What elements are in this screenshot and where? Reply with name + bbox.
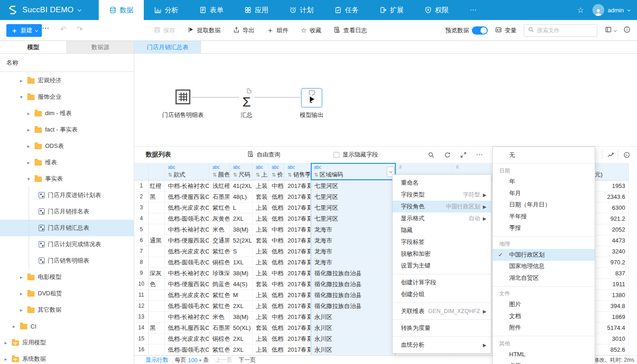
tree-item[interactable]: ▸ 宏观经济 [0, 72, 134, 89]
menu-item[interactable]: 文件 [493, 289, 595, 299]
expand-arrow-icon[interactable]: ▸ [20, 307, 27, 313]
flow-node-output[interactable]: 模型输出 [301, 88, 322, 107]
menu-item[interactable]: 字段标签 [393, 236, 491, 248]
expand-arrow-icon[interactable]: ▸ [5, 356, 11, 362]
tree-item[interactable]: ▸ 系统数据 [0, 351, 134, 364]
column-header[interactable]: abc ⇅ 区域编码 [311, 163, 396, 180]
menu-item[interactable]: 其他 [493, 339, 595, 349]
column-header[interactable] [149, 163, 165, 180]
flow-node-aggregate[interactable]: Σ 汇总 [238, 87, 255, 109]
tree-item[interactable]: ▸ 维表 [0, 154, 134, 171]
new-button[interactable]: ＋ 新建 [6, 24, 42, 37]
menu-item[interactable]: HTML [493, 349, 595, 360]
table-search-button[interactable] [426, 150, 436, 159]
column-header[interactable] [134, 163, 149, 180]
menu-item[interactable]: 关联维表 GEN_DIM_XZQHFZ ▶ [393, 305, 491, 317]
tree-item[interactable]: ▸ fact - 事实表 [0, 121, 134, 138]
menu-item[interactable]: 显示格式 自动 ▶ [393, 212, 491, 224]
column-header[interactable]: abc ⇅ 颜色 [209, 163, 230, 180]
expand-arrow-icon[interactable]: ▸ [20, 274, 27, 280]
menu-item[interactable] [493, 236, 595, 237]
tree-item[interactable]: 门店销售明细表 [0, 253, 134, 269]
menu-item[interactable]: 字段类型 字符型 ▶ [393, 189, 491, 201]
menu-item[interactable]: 日期 [493, 166, 595, 176]
tree-item[interactable]: 门店月销汇总表 [0, 220, 134, 236]
menu-item[interactable]: 无 [493, 149, 595, 161]
tree-item[interactable]: ▸ 应用模型 [0, 334, 134, 351]
more-options-button[interactable]: ⋯ [475, 150, 485, 159]
export-button[interactable]: 导出 [233, 26, 254, 35]
menu-item[interactable]: 日期（年月日） [493, 199, 595, 211]
save-button[interactable]: 保存 [154, 26, 175, 35]
menu-item[interactable]: 附件 [493, 322, 595, 334]
brand-menu[interactable]: SuccBI DEMO [0, 0, 99, 20]
search-input[interactable] [537, 27, 587, 34]
view-logs-button[interactable]: 查看日志 [334, 26, 367, 35]
tree-item[interactable]: 门店月度进销计划表 [0, 187, 134, 203]
expand-arrow-icon[interactable]: ▸ [13, 324, 20, 329]
info-button[interactable] [623, 26, 631, 35]
layout-panel-button[interactable] [605, 26, 616, 35]
nav-item-extensions[interactable]: 扩展 [369, 0, 414, 20]
menu-item[interactable]: 血统分析 ▶ [393, 339, 491, 351]
tree-item[interactable]: ▾ 服饰企业 [0, 89, 134, 105]
tree-item[interactable]: ▸ DVD租赁 [0, 285, 134, 302]
expand-arrow-icon[interactable]: ▾ [27, 176, 34, 182]
menu-item[interactable]: 转换为度量 [393, 322, 491, 334]
menu-item[interactable]: 地理 [493, 239, 595, 249]
menu-item[interactable]: 季报 [493, 222, 595, 234]
tree-item[interactable]: 门店计划完成情况表 [0, 236, 134, 253]
menu-item[interactable]: 多值 [493, 360, 595, 364]
expand-arrow-icon[interactable]: ▸ [27, 127, 34, 133]
prev-page-button[interactable]: 上一页 [215, 356, 233, 364]
tree-item[interactable]: ▸ 电影模型 [0, 269, 134, 285]
menu-item[interactable]: 年 [493, 176, 595, 188]
trend-chart-button[interactable] [606, 150, 616, 159]
expand-arrow-icon[interactable]: ▸ [20, 291, 27, 297]
nav-item-data[interactable]: 数据 [99, 0, 144, 20]
tree-item[interactable]: 门店月销排名表 [0, 203, 134, 220]
menu-item[interactable]: 脱敏和加密 [393, 248, 491, 260]
extract-data-button[interactable]: 提取数据 [187, 26, 221, 35]
menu-item[interactable]: 设置为主键 [393, 260, 491, 272]
menu-item[interactable]: 图片 [493, 299, 595, 311]
next-page-button[interactable]: 下一页 [238, 356, 256, 364]
menu-item[interactable]: 创建计算字段 [393, 277, 491, 288]
row-count-link[interactable]: 显示行数 [146, 356, 168, 364]
flow-node-source-table[interactable]: 门店销售明细表 [175, 89, 191, 106]
menu-item[interactable] [493, 286, 595, 287]
expand-arrow-icon[interactable]: ▾ [20, 94, 27, 100]
expand-arrow-icon[interactable]: ▸ [27, 143, 34, 149]
show-hidden-fields-checkbox[interactable]: 显示隐藏字段 [334, 151, 378, 159]
expand-arrow-icon[interactable]: ▸ [5, 340, 11, 346]
tab-model[interactable]: 模型 [0, 41, 67, 53]
menu-item[interactable] [393, 336, 491, 337]
menu-item[interactable]: 隐藏 [393, 224, 491, 236]
nav-more-button[interactable]: ⋯ [459, 0, 487, 20]
menu-item[interactable] [493, 163, 595, 164]
variables-button[interactable]: 变量 [495, 26, 516, 35]
menu-item[interactable]: 湖北自贸区 [493, 272, 595, 284]
free-query-button[interactable]: 自由查询 [247, 151, 280, 159]
column-header[interactable]: abc ⇅ 销售季节 [284, 163, 311, 180]
favorite-star-icon[interactable]: ☆ [577, 5, 584, 15]
undo-button[interactable]: ↶ [60, 25, 66, 34]
menu-item[interactable]: 重命名 [393, 177, 491, 189]
column-header[interactable]: abc ⇅ 上... [253, 163, 268, 180]
tree-item[interactable]: ▸ ODS表 [0, 138, 134, 154]
menu-item[interactable]: 年月 [493, 187, 595, 199]
user-menu[interactable]: admin [592, 4, 630, 16]
menu-item[interactable]: 半年报 [493, 211, 595, 222]
column-header[interactable]: abc ⇅ 价... [268, 163, 284, 180]
nav-item-permissions[interactable]: 权限 [414, 0, 459, 20]
menu-item[interactable]: ✓ 中国行政区划 [493, 249, 595, 261]
tree-item[interactable]: ▸ dim - 维表 [0, 105, 134, 121]
menu-item[interactable]: 字段角色 中国行政区划 ▶ [393, 201, 491, 212]
redo-button[interactable]: ↷ [76, 25, 83, 34]
nav-item-apps[interactable]: 应用 [234, 0, 279, 20]
toolbar-more-button[interactable]: ⋯ [42, 24, 50, 32]
expand-arrow-icon[interactable]: ▸ [20, 78, 27, 84]
info-button[interactable] [622, 150, 632, 159]
nav-item-tasks[interactable]: 任务 [324, 0, 369, 20]
nav-item-analysis[interactable]: 分析 [144, 0, 189, 20]
